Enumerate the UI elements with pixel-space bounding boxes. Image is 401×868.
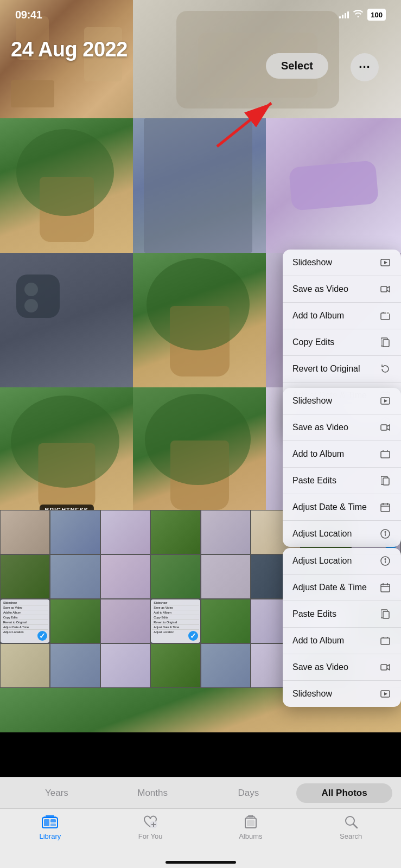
photo-plant-brightness[interactable]: BRIGHTNESS — [0, 387, 133, 522]
menu-label: Save as Video — [292, 662, 348, 672]
svg-rect-20 — [381, 451, 390, 458]
menu-label: Save as Video — [292, 284, 348, 294]
tab-search-label: Search — [340, 832, 362, 840]
status-icons: 100 — [339, 9, 386, 21]
seg-all-photos[interactable]: All Photos — [296, 783, 392, 803]
menu-item-add-album-1[interactable]: Add to Album — [283, 303, 401, 329]
calendar-icon-3 — [379, 582, 391, 593]
svg-rect-51 — [247, 820, 254, 826]
tab-albums[interactable]: Albums — [201, 814, 301, 840]
thumb-11[interactable] — [100, 554, 150, 599]
menu-item-add-album-2[interactable]: Add to Album — [283, 441, 401, 468]
select-button[interactable]: Select — [266, 53, 328, 79]
photo-phone-back-1[interactable] — [0, 253, 133, 387]
info-icon-2 — [379, 528, 391, 540]
photo-jeans-bag[interactable] — [133, 118, 266, 253]
context-menu-3: Adjust Location Adjust Date & Time Paste… — [283, 548, 401, 707]
menu-label: Paste Edits — [292, 476, 336, 486]
thumb-25[interactable] — [0, 643, 50, 688]
menu-item-adjust-location-3[interactable]: Adjust Location — [283, 548, 401, 575]
photo-phone-purple[interactable] — [266, 118, 401, 253]
photo-plant-4[interactable] — [133, 387, 266, 522]
more-button[interactable]: ··· — [351, 53, 379, 81]
slideshow-icon-2 — [379, 395, 391, 407]
signal-bar-3 — [345, 13, 346, 18]
photo-plant-pot-1[interactable] — [0, 118, 133, 253]
thumb-21[interactable] — [201, 599, 251, 643]
thumb-19[interactable] — [100, 599, 150, 643]
menu-item-save-video-1[interactable]: Save as Video — [283, 276, 401, 303]
signal-bars — [339, 11, 349, 18]
menu-item-copy-edits-1[interactable]: Copy Edits — [283, 329, 401, 356]
thumb-10[interactable] — [50, 554, 100, 599]
signal-bar-4 — [347, 11, 349, 18]
photo-plant-2[interactable] — [133, 253, 266, 387]
seg-years[interactable]: Years — [9, 783, 105, 803]
svg-rect-44 — [50, 824, 56, 826]
album-icon-3 — [379, 635, 391, 647]
slideshow-icon-3 — [379, 688, 391, 700]
svg-rect-42 — [44, 819, 49, 826]
menu-item-adjust-location-2[interactable]: Adjust Location — [283, 521, 401, 547]
battery-level: 100 — [371, 11, 383, 19]
svg-rect-36 — [383, 611, 389, 618]
thumb-20[interactable]: Slideshow Save as Video Add to Album Cop… — [150, 599, 200, 643]
thumb-29[interactable] — [201, 643, 251, 688]
svg-marker-3 — [384, 261, 387, 264]
thumb-27[interactable] — [100, 643, 150, 688]
menu-item-revert-1[interactable]: Revert to Original — [283, 356, 401, 382]
menu-label: Add to Album — [292, 311, 344, 321]
thumb-1[interactable] — [0, 510, 50, 554]
menu-label: Add to Album — [292, 449, 344, 459]
thumb-17[interactable]: Slideshow Save as Video Add to Album Cop… — [0, 599, 50, 643]
menu-label: Slideshow — [292, 689, 332, 699]
menu-label: Paste Edits — [292, 609, 336, 619]
thumb-2[interactable] — [50, 510, 100, 554]
menu-item-add-album-3[interactable]: Add to Album — [283, 628, 401, 654]
seg-months[interactable]: Months — [105, 783, 201, 803]
svg-line-53 — [353, 824, 357, 828]
svg-rect-22 — [381, 504, 390, 512]
menu-item-save-video-3[interactable]: Save as Video — [283, 654, 401, 681]
revert-icon — [379, 363, 391, 375]
segmented-control: Years Months Days All Photos — [0, 777, 401, 808]
video-icon-3 — [379, 661, 391, 673]
battery-indicator: 100 — [367, 9, 386, 21]
thumb-4[interactable] — [150, 510, 200, 554]
context-menu-2: Slideshow Save as Video Add to Album Pas… — [283, 388, 401, 547]
bottom-tabs: Library For You Albums — [0, 808, 401, 868]
signal-bar-1 — [339, 16, 341, 18]
thumb-26[interactable] — [50, 643, 100, 688]
tab-search[interactable]: Search — [301, 814, 401, 840]
date-header: 24 Aug 2022 — [11, 38, 128, 61]
menu-item-adjust-date-2[interactable]: Adjust Date & Time — [283, 494, 401, 521]
tab-for-you-label: For You — [138, 832, 163, 840]
seg-days[interactable]: Days — [201, 783, 297, 803]
thumb-9[interactable] — [0, 554, 50, 599]
menu-item-paste-edits-3[interactable]: Paste Edits — [283, 601, 401, 628]
tab-for-you[interactable]: For You — [100, 814, 201, 840]
menu-label: Add to Album — [292, 636, 344, 646]
svg-rect-32 — [381, 584, 390, 592]
tab-albums-label: Albums — [239, 832, 262, 840]
menu-item-slideshow-1[interactable]: Slideshow — [283, 250, 401, 276]
status-time: 09:41 — [15, 9, 42, 21]
menu-label: Slideshow — [292, 258, 332, 267]
album-icon — [379, 310, 391, 322]
menu-item-adjust-date-3[interactable]: Adjust Date & Time — [283, 575, 401, 601]
thumb-5[interactable] — [201, 510, 251, 554]
thumb-13[interactable] — [201, 554, 251, 599]
thumb-28[interactable] — [150, 643, 200, 688]
status-bar: 09:41 100 — [0, 0, 401, 29]
menu-label: Revert to Original — [292, 364, 360, 374]
thumb-18[interactable] — [50, 599, 100, 643]
svg-marker-40 — [384, 692, 387, 695]
menu-item-slideshow-2[interactable]: Slideshow — [283, 388, 401, 414]
home-indicator — [166, 861, 236, 864]
menu-item-paste-edits-2[interactable]: Paste Edits — [283, 468, 401, 494]
tab-library[interactable]: Library — [0, 814, 100, 840]
thumb-3[interactable] — [100, 510, 150, 554]
menu-item-slideshow-3[interactable]: Slideshow — [283, 681, 401, 707]
thumb-12[interactable] — [150, 554, 200, 599]
menu-item-save-video-2[interactable]: Save as Video — [283, 414, 401, 441]
